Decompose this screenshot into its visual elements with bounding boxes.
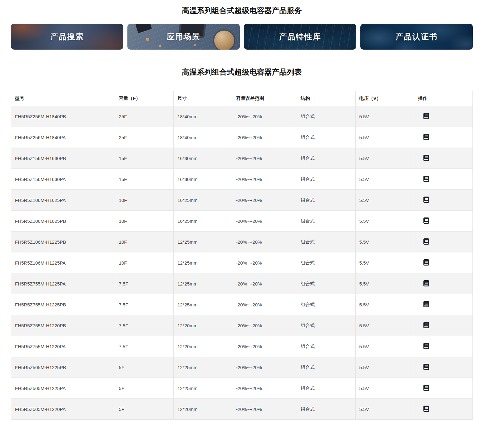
- cell-model: FH5R5Z755M-H1225PA: [11, 273, 115, 294]
- view-detail-button[interactable]: [423, 280, 429, 286]
- cell-voltage: 5.5V: [355, 211, 414, 232]
- cell-tolerance: -20%~+20%: [232, 378, 297, 399]
- table-row: FH5R5Z505M-H1225PB 5F 12*25mm -20%~+20% …: [11, 357, 473, 378]
- cell-voltage: 5.5V: [355, 252, 414, 273]
- view-detail-button[interactable]: [423, 322, 429, 328]
- cell-size: 16*25mm: [174, 211, 232, 232]
- table-title: 高温系列组合式超级电容器产品列表: [11, 67, 473, 77]
- cell-voltage: 5.5V: [355, 127, 414, 148]
- cell-capacity: 7.5F: [115, 336, 174, 357]
- banner-product-certificates[interactable]: 产品认证书: [360, 24, 473, 50]
- cell-action: [414, 336, 473, 357]
- cell-structure: 组合式: [297, 190, 355, 211]
- cell-structure: 组合式: [297, 148, 355, 169]
- cell-tolerance: -20%~+20%: [232, 106, 297, 127]
- cell-action: [414, 169, 473, 190]
- view-detail-button[interactable]: [423, 343, 429, 349]
- cell-action: [414, 273, 473, 294]
- document-icon: [423, 197, 429, 203]
- cell-action: [414, 127, 473, 148]
- document-icon: [423, 406, 429, 412]
- cell-structure: 组合式: [297, 336, 355, 357]
- cell-tolerance: -20%~+20%: [232, 315, 297, 336]
- view-detail-button[interactable]: [423, 176, 429, 182]
- view-detail-button[interactable]: [423, 259, 429, 266]
- cell-model: FH5R5Z755M-H1220PA: [11, 336, 115, 357]
- table-header: 型号容量（F）尺寸容量误差范围结构电压（V）操作: [11, 91, 473, 106]
- column-header: 型号: [11, 91, 115, 106]
- view-detail-button[interactable]: [423, 113, 429, 119]
- cell-voltage: 5.5V: [355, 106, 414, 127]
- cell-structure: 组合式: [297, 127, 355, 148]
- view-detail-button[interactable]: [423, 385, 429, 391]
- circuit-chip-decoration: [135, 24, 152, 33]
- document-icon: [423, 280, 429, 286]
- cell-capacity: 5F: [115, 378, 174, 399]
- view-detail-button[interactable]: [423, 197, 429, 203]
- page-container: 高温系列组合式超级电容器产品服务 产品搜索 应用场景 产品特性库 产品认证书 高…: [11, 0, 473, 435]
- table-row: FH5R5Z106M-H1625PB 10F 16*25mm -20%~+20%…: [11, 211, 473, 232]
- view-detail-button[interactable]: [423, 364, 429, 370]
- cell-action: [414, 294, 473, 315]
- cell-capacity: 10F: [115, 190, 174, 211]
- column-header: 容量误差范围: [232, 91, 297, 106]
- table-row: FH5R5Z755M-H1220PB 7.5F 12*20mm -20%~+20…: [11, 315, 473, 336]
- cell-size: 12*25mm: [174, 273, 232, 294]
- cell-model: FH5R5Z505M-H1225PB: [11, 357, 115, 378]
- view-detail-button[interactable]: [423, 155, 429, 161]
- table-row: FH5R5Z505M-H1220PA 5F 12*20mm -20%~+20% …: [11, 399, 473, 420]
- view-detail-button[interactable]: [423, 134, 429, 140]
- table-row: FH5R5Z156M-H1630PB 15F 16*30mm -20%~+20%…: [11, 148, 473, 169]
- cell-model: FH5R5Z106M-H1625PA: [11, 190, 115, 211]
- cell-structure: 组合式: [297, 273, 355, 294]
- cell-size: 18*40mm: [174, 106, 232, 127]
- document-icon: [423, 364, 429, 370]
- table-row: FH5R5Z755M-H1225PB 7.5F 12*25mm -20%~+20…: [11, 294, 473, 315]
- cell-tolerance: -20%~+20%: [232, 232, 297, 252]
- banner-product-characteristics[interactable]: 产品特性库: [244, 24, 356, 50]
- cell-model: FH5R5Z505M-H1225PA: [11, 378, 115, 399]
- view-detail-button[interactable]: [423, 238, 429, 245]
- cell-action: [414, 378, 473, 399]
- document-icon: [423, 259, 429, 266]
- cell-structure: 组合式: [297, 232, 355, 252]
- cell-model: FH5R5Z256M-H1840PB: [11, 106, 115, 127]
- cell-model: FH5R5Z106M-H1625PB: [11, 211, 115, 232]
- cell-size: 12*25mm: [174, 252, 232, 273]
- view-detail-button[interactable]: [423, 301, 429, 307]
- view-detail-button[interactable]: [423, 406, 429, 412]
- cell-model: FH5R5Z755M-H1225PB: [11, 294, 115, 315]
- cell-capacity: 15F: [115, 169, 174, 190]
- cell-voltage: 5.5V: [355, 357, 414, 378]
- cell-model: FH5R5Z106M-H1225PA: [11, 252, 115, 273]
- cell-tolerance: -20%~+20%: [232, 252, 297, 273]
- cell-voltage: 5.5V: [355, 399, 414, 420]
- table-row: FH5R5Z755M-H1220PA 7.5F 12*20mm -20%~+20…: [11, 336, 473, 357]
- cell-capacity: 7.5F: [115, 315, 174, 336]
- cell-capacity: 5F: [115, 399, 174, 420]
- table-row: FH5R5Z256M-H1840PA 25F 18*40mm -20%~+20%…: [11, 127, 473, 148]
- cell-structure: 组合式: [297, 378, 355, 399]
- cell-action: [414, 399, 473, 420]
- cell-voltage: 5.5V: [355, 190, 414, 211]
- banner-nav: 产品搜索 应用场景 产品特性库 产品认证书: [11, 24, 473, 50]
- cell-size: 12*25mm: [174, 378, 232, 399]
- cell-action: [414, 190, 473, 211]
- cell-tolerance: -20%~+20%: [232, 273, 297, 294]
- cell-action: [414, 106, 473, 127]
- cell-tolerance: -20%~+20%: [232, 148, 297, 169]
- banner-label: 产品搜索: [50, 32, 84, 42]
- table-row: FH5R5Z106M-H1225PB 10F 12*25mm -20%~+20%…: [11, 232, 473, 252]
- cell-size: 12*20mm: [174, 336, 232, 357]
- cell-model: FH5R5Z106M-H1225PB: [11, 232, 115, 252]
- cell-structure: 组合式: [297, 252, 355, 273]
- banner-product-search[interactable]: 产品搜索: [11, 24, 123, 50]
- document-icon: [423, 385, 429, 391]
- table-row: FH5R5Z505M-H1225PA 5F 12*25mm -20%~+20% …: [11, 378, 473, 399]
- cell-tolerance: -20%~+20%: [232, 127, 297, 148]
- table-row: FH5R5Z156M-H1630PA 15F 16*30mm -20%~+20%…: [11, 169, 473, 190]
- cell-capacity: 10F: [115, 211, 174, 232]
- banner-application-scenarios[interactable]: 应用场景: [127, 24, 240, 50]
- view-detail-button[interactable]: [423, 217, 429, 224]
- bottom-spacer: [11, 420, 473, 435]
